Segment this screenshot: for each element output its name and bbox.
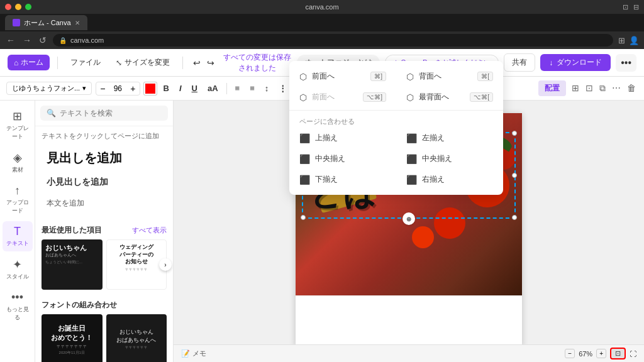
bring-to-front-item[interactable]: ⬡ 前面へ ⌥⌘] (289, 87, 396, 107)
redo-button[interactable]: ↪ (204, 55, 217, 70)
align-center-v-item[interactable]: ⬛ 中央揃え (396, 148, 503, 169)
arrange-button[interactable]: 配置 (538, 80, 566, 96)
toolbar-divider2 (182, 57, 183, 69)
bring-forward-icon: ⬡ (299, 72, 307, 82)
arrange-dropdown-menu: ⬡ 前面へ ⌘] ⬡ 背面へ ⌘[ ⬡ 前面へ ⌥⌘] ⬡ 最背面へ ⌥⌘[ ペ… (289, 61, 503, 195)
resize-handle-tr[interactable] (512, 131, 517, 136)
resize-label: サイズを変更 (125, 57, 170, 68)
send-to-back-item[interactable]: ⬡ 最背面へ ⌥⌘[ (396, 87, 503, 107)
zoom-controls: − 67% + ⊡ ⛶ (565, 348, 636, 359)
size-aa-button[interactable]: aA (204, 82, 221, 95)
dropdown-divider (289, 110, 503, 111)
send-backward-item[interactable]: ⬡ 背面へ ⌘[ (396, 66, 503, 87)
font-selector[interactable]: じゆうちょうフォン... ▾ (6, 82, 92, 95)
page-indicator[interactable]: ⊡ (610, 348, 626, 359)
maximize-button[interactable] (25, 4, 31, 10)
delete-icon[interactable]: 🗑 (625, 81, 638, 96)
align-button[interactable]: ≡ (232, 82, 243, 95)
memo-button[interactable]: 📝 メモ (181, 349, 206, 358)
add-subheading-button[interactable]: 小見出しを追加 (42, 173, 167, 192)
font-combo-section: フォントの組み合わせ お誕生日 おめでとう！ 〒〒〒〒〒〒〒 2020年11月1… (35, 295, 173, 362)
forward-button[interactable]: → (21, 34, 33, 47)
text-color-button[interactable] (144, 82, 157, 95)
sidebar-item-styles[interactable]: ✦ スタイル (3, 254, 33, 285)
add-heading-button[interactable]: 見出しを追加 (42, 146, 167, 170)
resize-button[interactable]: ⤡ サイズを変更 (111, 55, 175, 70)
add-body-button[interactable]: 本文を追加 (42, 194, 167, 212)
more-format-button[interactable]: ⋮ (275, 82, 290, 95)
back-button[interactable]: ← (5, 34, 16, 47)
close-button[interactable] (5, 4, 11, 10)
font-combo-text-0: お誕生日 おめでとう！ 〒〒〒〒〒〒〒 2020年11月1日 (51, 324, 92, 356)
share-button[interactable]: 共有 (504, 53, 535, 72)
recent-section-title: 最近使用した項目 (42, 225, 102, 236)
search-section: 🔍 (35, 101, 173, 126)
tab-close-button[interactable]: ✕ (75, 19, 80, 26)
align-center-v-label: 中央揃え (422, 153, 452, 164)
search-box[interactable]: 🔍 (40, 106, 168, 121)
resize-handle-br[interactable] (512, 215, 517, 220)
download-button[interactable]: ↓ ダウンロード (540, 54, 611, 71)
more-options-button[interactable]: ••• (616, 54, 636, 72)
zoom-in-button[interactable]: + (596, 349, 606, 358)
resize-handle-bl[interactable] (301, 215, 306, 220)
italic-button[interactable]: I (176, 82, 185, 95)
zoom-out-button[interactable]: − (565, 349, 575, 358)
bold-button[interactable]: B (160, 82, 172, 95)
font-combo-item-0[interactable]: お誕生日 おめでとう！ 〒〒〒〒〒〒〒 2020年11月1日 (42, 314, 103, 362)
sidebar-item-text[interactable]: T テキスト (3, 221, 33, 251)
undo-redo-group: ↩ ↪ (191, 55, 217, 70)
fullscreen-button[interactable]: ⛶ (630, 350, 636, 358)
sidebar-item-label-template: テンプレート (5, 124, 30, 141)
bring-forward-item[interactable]: ⬡ 前面へ ⌘] (289, 66, 396, 87)
file-menu[interactable]: ファイル (65, 55, 106, 70)
font-combo-grid: お誕生日 おめでとう！ 〒〒〒〒〒〒〒 2020年11月1日 おじいちゃん おば… (42, 314, 167, 362)
extension-icon[interactable]: ⊞ (618, 36, 625, 45)
undo-button[interactable]: ↩ (191, 55, 203, 70)
minimize-button[interactable] (15, 4, 21, 10)
link-icon[interactable]: ⊡ (584, 81, 595, 96)
font-size-control: − + (96, 82, 140, 96)
refresh-button[interactable]: ↺ (38, 34, 48, 47)
home-label: ホーム (21, 57, 43, 68)
next-arrow[interactable]: › (159, 258, 172, 271)
line-height-button[interactable]: ↕ (262, 82, 272, 95)
browser-tab[interactable]: ホーム - Canva ✕ (5, 15, 87, 30)
sidebar-item-upload[interactable]: ↑ アップロード (3, 180, 33, 219)
list-button[interactable]: ≡ (247, 82, 258, 95)
panel-hint: テキストをクリックしてページに追加 (42, 131, 167, 141)
search-input[interactable] (60, 109, 162, 118)
home-button[interactable]: ⌂ ホーム (8, 55, 50, 70)
url-text: canva.com (70, 36, 104, 44)
sidebar-item-template[interactable]: ⊞ テンプレート (3, 106, 33, 145)
url-box[interactable]: 🔒 canva.com (53, 34, 613, 47)
align-icon[interactable]: ⊞ (570, 81, 581, 96)
styles-icon: ✦ (13, 258, 22, 272)
align-center-h-item[interactable]: ⬛ 中央揃え (289, 148, 396, 169)
more-icon2[interactable]: ⋯ (610, 81, 623, 96)
font-size-plus[interactable]: + (130, 84, 135, 94)
template-item-1[interactable]: ウェディング パーティーの お知らせ 〒〒〒〒〒〒 (106, 239, 167, 290)
share-label: 共有 (512, 58, 527, 67)
font-size-minus[interactable]: − (100, 84, 105, 94)
send-backward-label: 背面へ (419, 71, 441, 82)
copy-icon[interactable]: ⧉ (597, 81, 608, 96)
sidebar-item-elements[interactable]: ◈ 素材 (3, 147, 33, 178)
align-top-item[interactable]: ⬛ 上揃え (289, 128, 396, 148)
align-bottom-item[interactable]: ⬛ 下揃え (289, 169, 396, 190)
align-left-item[interactable]: ⬛ 左揃え (396, 128, 503, 148)
align-right-item[interactable]: ⬛ 右揃え (396, 169, 503, 190)
underline-button[interactable]: U (189, 82, 201, 95)
align-top-label: 上揃え (315, 133, 338, 143)
move-handle[interactable]: ⊕ (402, 212, 415, 225)
profile-icon[interactable]: 👤 (629, 36, 639, 45)
sidebar-item-more[interactable]: ••• もっと見る (3, 287, 33, 326)
bring-forward-label: 前面へ (312, 71, 335, 82)
see-all-link[interactable]: すべて表示 (132, 226, 167, 235)
font-combo-item-1[interactable]: おじいちゃん おばあちゃんへ 〒〒〒〒〒〒 (106, 314, 167, 362)
more-icon-sidebar: ••• (11, 291, 23, 304)
resize-handle-r[interactable] (512, 173, 517, 178)
dropdown-row-align3: ⬛ 下揃え ⬛ 右揃え (289, 169, 503, 190)
template-item-0[interactable]: おじいちゃん おばあちゃんへ ちょうどいい時間に... (42, 239, 103, 290)
font-size-input[interactable] (108, 84, 128, 93)
